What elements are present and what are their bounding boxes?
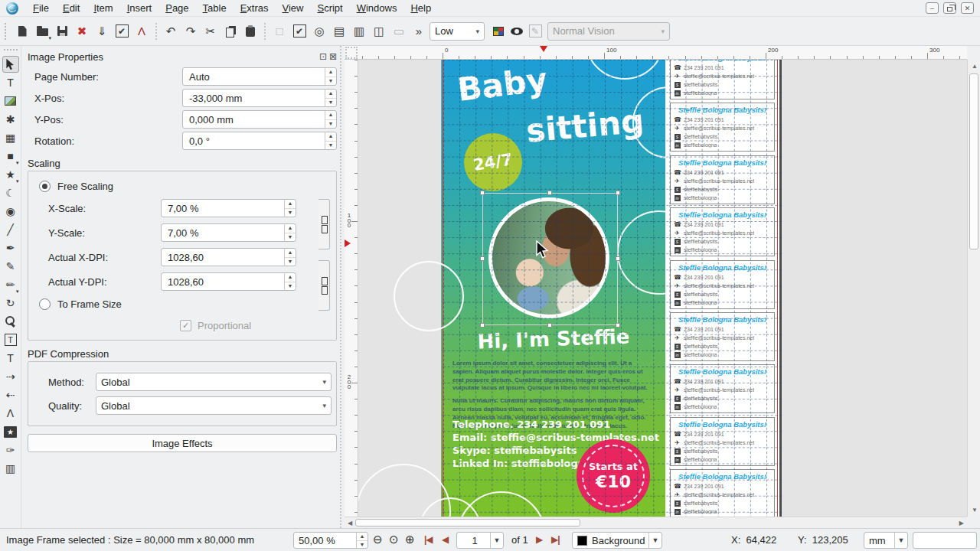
resize-handle[interactable] bbox=[616, 323, 620, 328]
menu-item-item[interactable]: Item bbox=[87, 1, 119, 15]
price-badge[interactable]: Starts at €10 bbox=[577, 439, 650, 513]
insert-image-frame-tool[interactable] bbox=[2, 93, 19, 109]
x-pos-input[interactable]: -33,000 mm ▲▼ bbox=[182, 89, 337, 107]
flyer-greeting[interactable]: Hi, I'm Steffie bbox=[442, 324, 665, 354]
decorative-circle[interactable] bbox=[585, 60, 665, 80]
menu-item-table[interactable]: Table bbox=[196, 1, 234, 15]
chevron-down-icon[interactable]: ▼ bbox=[648, 533, 662, 548]
business-card[interactable]: Steffie Bologna Babysits!☎234 239 201 09… bbox=[670, 260, 775, 309]
insert-spiral-tool[interactable]: ◉ bbox=[2, 203, 19, 220]
selection-frame[interactable] bbox=[482, 193, 618, 325]
redo-icon[interactable]: ↷ bbox=[181, 22, 200, 41]
badge-247[interactable]: 24/7 bbox=[464, 133, 522, 191]
zoom-level-input[interactable]: 50,00 % ▲▼ bbox=[293, 532, 368, 549]
paste-icon[interactable] bbox=[241, 22, 260, 41]
decorative-circle[interactable] bbox=[617, 210, 665, 295]
resize-handle[interactable] bbox=[616, 191, 620, 195]
insert-text-frame-tool[interactable]: T bbox=[2, 74, 19, 91]
eyedropper-tool[interactable]: ✑ bbox=[2, 442, 19, 458]
close-panel-icon[interactable]: ⊠ bbox=[329, 51, 337, 62]
horizontal-scrollbar[interactable]: ◀ ▶ bbox=[345, 517, 967, 528]
print-document-icon[interactable]: ⇓ bbox=[93, 22, 111, 41]
rotation-input[interactable]: 0,0 ° ▲▼ bbox=[182, 132, 337, 150]
spinner[interactable]: ▲▼ bbox=[284, 273, 296, 290]
business-card[interactable]: Steffie Bologna Babysits!☎234 239 201 09… bbox=[670, 60, 775, 99]
toolbar-handle[interactable] bbox=[4, 49, 18, 53]
chevron-down-icon[interactable]: ▼ bbox=[894, 533, 907, 548]
edit-text-story-tool[interactable]: T bbox=[2, 350, 19, 367]
text-columns-icon[interactable]: ▥ bbox=[350, 22, 368, 41]
restore-button[interactable] bbox=[943, 2, 956, 14]
select-check-icon[interactable]: ✔ bbox=[290, 22, 309, 41]
spinner[interactable]: ▲▼ bbox=[284, 200, 296, 217]
measurements-tool[interactable]: Λ bbox=[2, 405, 19, 422]
insert-polygon-tool[interactable]: ★▾ bbox=[2, 166, 19, 183]
business-card[interactable]: Steffie Bologna Babysits!☎234 239 201 09… bbox=[670, 103, 775, 152]
insert-bezier-tool[interactable]: ✒ bbox=[2, 240, 19, 256]
spinner[interactable]: ▲▼ bbox=[284, 224, 296, 241]
insert-freehand-tool[interactable]: ✎ bbox=[2, 258, 19, 275]
toolbar-overflow-icon[interactable]: » bbox=[410, 22, 428, 41]
insert-arc-tool[interactable]: ☾ bbox=[2, 184, 19, 201]
vertical-scrollbar[interactable]: ▲ ▼ bbox=[967, 60, 980, 517]
insert-table-tool[interactable]: ▦ bbox=[2, 129, 19, 146]
business-card[interactable]: Steffie Bologna Babysits!☎234 239 201 09… bbox=[670, 364, 775, 413]
horizontal-scroll-thumb[interactable] bbox=[355, 519, 580, 527]
ruler-origin-box[interactable] bbox=[345, 47, 358, 59]
resize-handle[interactable] bbox=[547, 191, 552, 195]
quality-dropdown[interactable]: Global ▾ bbox=[96, 396, 332, 415]
resize-handle[interactable] bbox=[480, 323, 485, 328]
insert-shape-tool[interactable]: ■▾ bbox=[2, 148, 19, 165]
basepoint-icon[interactable]: ◎ bbox=[310, 22, 328, 41]
x-scale-input[interactable]: 7,00 % ▲▼ bbox=[161, 199, 296, 217]
spinner[interactable]: ▲▼ bbox=[284, 249, 296, 266]
business-card[interactable]: Steffie Bologna Babysits!☎234 239 201 09… bbox=[670, 312, 775, 361]
flyer-title-line2[interactable]: sitting bbox=[524, 102, 645, 149]
insert-line-tool[interactable]: ╱ bbox=[2, 221, 19, 238]
edit-contents-tool[interactable]: T bbox=[2, 331, 19, 348]
business-card[interactable]: Steffie Bologna Babysits!☎234 239 201 09… bbox=[670, 417, 775, 466]
menu-item-windows[interactable]: Windows bbox=[350, 1, 404, 15]
spinner[interactable]: ▲▼ bbox=[325, 111, 336, 128]
zoom-out-icon[interactable]: ⊖ bbox=[373, 533, 383, 546]
resize-handle[interactable] bbox=[480, 256, 485, 261]
business-card[interactable]: Steffie Bologna Babysits!☎234 239 201 09… bbox=[670, 469, 775, 517]
document-canvas[interactable]: Baby sitting 24/7 Hi, I'm Steffie Lorem … bbox=[358, 60, 967, 517]
unit-selector[interactable]: mm ▼ bbox=[864, 532, 908, 549]
free-scaling-radio[interactable] bbox=[39, 181, 51, 192]
select-item-tool[interactable] bbox=[2, 56, 19, 73]
x-dpi-input[interactable]: 1028,60 ▲▼ bbox=[161, 248, 296, 266]
preflight-verifier-icon[interactable]: ✔ bbox=[113, 22, 131, 41]
pdf-tools[interactable]: ▥ bbox=[2, 460, 19, 477]
scroll-up-icon[interactable]: ▲ bbox=[972, 63, 978, 70]
menu-item-script[interactable]: Script bbox=[310, 1, 349, 15]
first-page-button[interactable]: |◀ bbox=[424, 534, 433, 545]
float-panel-icon[interactable]: ⊡ bbox=[319, 51, 327, 62]
menu-item-insert[interactable]: Insert bbox=[120, 1, 159, 15]
y-scale-input[interactable]: 7,00 % ▲▼ bbox=[161, 223, 296, 242]
scale-link-icon[interactable] bbox=[318, 199, 330, 249]
resize-handle[interactable] bbox=[616, 256, 620, 261]
document-page[interactable]: Baby sitting 24/7 Hi, I'm Steffie Lorem … bbox=[441, 60, 782, 517]
flyer-title-line1[interactable]: Baby bbox=[455, 60, 549, 109]
resize-handle[interactable] bbox=[480, 191, 485, 195]
image-quality-dropdown[interactable]: Low ▾ bbox=[430, 22, 485, 41]
scroll-down-icon[interactable]: ▼ bbox=[972, 507, 978, 514]
zoom-in-icon[interactable]: ⊕ bbox=[405, 533, 415, 546]
y-pos-input[interactable]: 0,000 mm ▲▼ bbox=[182, 110, 337, 129]
undo-icon[interactable]: ↶ bbox=[162, 22, 180, 41]
business-cards-panel[interactable]: Steffie Bologna Babysits!☎234 239 201 09… bbox=[665, 60, 779, 517]
link-text-frames-tool[interactable]: ⇢ bbox=[2, 368, 19, 385]
method-dropdown[interactable]: Global ▾ bbox=[96, 373, 332, 391]
menu-item-edit[interactable]: Edit bbox=[56, 1, 87, 15]
insert-calligraphic-tool[interactable]: ✏▾ bbox=[2, 276, 19, 293]
color-management-icon[interactable] bbox=[489, 22, 508, 41]
last-page-button[interactable]: ▶| bbox=[551, 534, 560, 545]
export-pdf-icon[interactable]: Λ bbox=[132, 22, 151, 41]
page-number-input[interactable]: Auto ▲▼ bbox=[182, 67, 337, 86]
chevron-down-icon[interactable]: ▼ bbox=[490, 533, 503, 548]
zoom-tool[interactable] bbox=[2, 313, 19, 330]
menu-item-page[interactable]: Page bbox=[158, 1, 195, 15]
menu-item-help[interactable]: Help bbox=[403, 1, 438, 15]
image-effects-button[interactable]: Image Effects bbox=[28, 434, 337, 452]
